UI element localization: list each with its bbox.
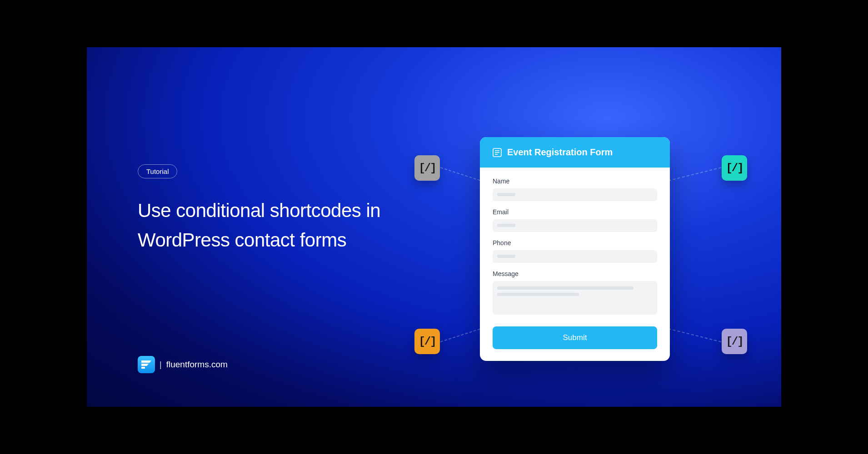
connector-line xyxy=(440,167,480,181)
field-label: Message xyxy=(493,270,657,277)
connector-line xyxy=(668,328,721,342)
brand-separator: | xyxy=(160,360,162,370)
form-body: Name Email Phone Message Submit xyxy=(480,168,670,361)
shortcode-icon: [/] xyxy=(414,155,440,181)
brand-row: | fluentforms.com xyxy=(138,356,228,373)
headline: Use conditional shortcodes in WordPress … xyxy=(138,196,392,255)
brand-text: fluentforms.com xyxy=(166,360,228,370)
name-input[interactable] xyxy=(493,188,657,201)
field-email: Email xyxy=(493,208,657,232)
fluentforms-logo-icon xyxy=(138,356,155,373)
field-label: Name xyxy=(493,178,657,185)
field-label: Email xyxy=(493,208,657,216)
shortcode-icon: [/] xyxy=(414,329,440,354)
category-tag: Tutorial xyxy=(138,164,177,178)
form-header: Event Registration Form xyxy=(480,137,670,168)
shortcode-icon: [/] xyxy=(722,155,747,181)
field-message: Message xyxy=(493,270,657,315)
field-phone: Phone xyxy=(493,239,657,263)
form-icon xyxy=(493,148,502,157)
hero-banner: Tutorial Use conditional shortcodes in W… xyxy=(87,47,781,407)
phone-input[interactable] xyxy=(493,250,657,263)
form-card: Event Registration Form Name Email Phone… xyxy=(480,137,670,361)
left-content: Tutorial Use conditional shortcodes in W… xyxy=(138,164,392,255)
connector-line xyxy=(668,167,721,181)
form-title: Event Registration Form xyxy=(507,147,613,158)
connector-line xyxy=(440,329,480,342)
field-label: Phone xyxy=(493,239,657,247)
submit-button[interactable]: Submit xyxy=(493,326,657,349)
field-name: Name xyxy=(493,178,657,201)
email-input[interactable] xyxy=(493,219,657,232)
shortcode-icon: [/] xyxy=(722,329,747,354)
message-textarea[interactable] xyxy=(493,281,657,315)
